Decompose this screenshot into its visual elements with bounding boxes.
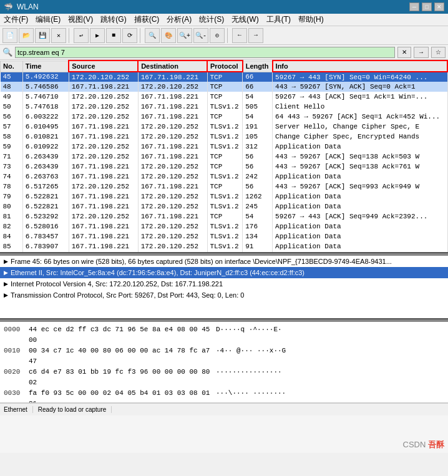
hex-row: 0030 fa f0 93 5c 00 00 02 04 05 b4 01 03… bbox=[4, 388, 444, 403]
hex-offset: 0020 bbox=[4, 367, 29, 388]
title-bar-left: 🦈 WLAN bbox=[4, 2, 39, 11]
menu-goto[interactable]: 跳转(G) bbox=[97, 13, 130, 26]
detail-row[interactable]: ▶Transmission Control Protocol, Src Port… bbox=[0, 289, 448, 301]
table-row[interactable]: 816.523292172.20.120.252167.71.198.221TC… bbox=[1, 211, 448, 221]
detail-text: Frame 45: 66 bytes on wire (528 bits), 6… bbox=[11, 256, 392, 266]
hex-ascii: ···\···· ········ bbox=[216, 388, 286, 403]
table-row[interactable]: 566.003222172.20.120.252167.71.198.221TC… bbox=[1, 112, 448, 122]
table-row[interactable]: 846.783457167.71.198.221172.20.120.252TL… bbox=[1, 231, 448, 241]
hex-area: 0000 44 ec ce d2 ff c3 dc 71 96 5e 8a e4… bbox=[0, 322, 448, 403]
toolbar-colorize[interactable]: 🎨 bbox=[161, 28, 176, 43]
hex-ascii: ················ bbox=[216, 367, 282, 388]
col-header-length: Length bbox=[243, 61, 273, 72]
toolbar-open[interactable]: 📂 bbox=[19, 28, 34, 43]
table-row[interactable]: 856.783907167.71.198.221172.20.120.252TL… bbox=[1, 241, 448, 251]
toolbar: 📄 📂 💾 ✕ ↩ ▶ ■ ⟳ 🔍 🎨 🔍+ 🔍- ⊙ ← → bbox=[0, 26, 448, 45]
minimize-button[interactable]: ─ bbox=[409, 2, 419, 11]
toolbar-zoom-reset[interactable]: ⊙ bbox=[210, 28, 225, 43]
toolbar-new[interactable]: 📄 bbox=[2, 28, 17, 43]
filter-apply-button[interactable]: → bbox=[414, 47, 429, 58]
menu-edit[interactable]: 编辑(E) bbox=[32, 13, 64, 26]
hex-offset: 0000 bbox=[4, 324, 29, 346]
menu-stats[interactable]: 统计(S) bbox=[195, 13, 228, 26]
detail-row[interactable]: ▶Ethernet II, Src: IntelCor_5e:8a:e4 (dc… bbox=[0, 267, 448, 278]
menu-wireless[interactable]: 无线(W) bbox=[228, 13, 262, 26]
close-button[interactable]: ✕ bbox=[434, 2, 444, 11]
table-row[interactable]: 786.517265172.20.120.252167.71.198.221TC… bbox=[1, 182, 448, 192]
menu-tools[interactable]: 工具(T) bbox=[263, 13, 295, 26]
toolbar-filter-input[interactable]: 🔍 bbox=[145, 28, 160, 43]
toolbar-zoom-in[interactable]: 🔍+ bbox=[177, 28, 192, 43]
filter-clear-button[interactable]: ✕ bbox=[397, 47, 411, 58]
title-bar-controls[interactable]: ─ □ ✕ bbox=[409, 2, 444, 11]
table-row[interactable]: 485.746586167.71.198.221172.20.120.252TC… bbox=[1, 82, 448, 92]
menu-analyze[interactable]: 分析(A) bbox=[163, 13, 195, 26]
filter-icon: 🔍 bbox=[2, 47, 12, 57]
filter-bar: 🔍 ✕ → ☆ bbox=[0, 45, 448, 60]
table-row[interactable]: 736.263439167.71.198.221172.20.120.252TC… bbox=[1, 162, 448, 172]
detail-text: Internet Protocol Version 4, Src: 172.20… bbox=[11, 279, 223, 289]
table-row[interactable]: 576.010495167.71.198.221172.20.120.252TL… bbox=[1, 122, 448, 132]
detail-text: Transmission Control Protocol, Src Port:… bbox=[11, 290, 244, 300]
table-row[interactable]: 505.747618172.20.120.252167.71.198.221TL… bbox=[1, 102, 448, 112]
detail-arrow-icon: ▶ bbox=[4, 268, 8, 278]
table-row[interactable]: 866.784265172.20.120.252167.71.198.221TL… bbox=[1, 251, 448, 253]
status-ready: Ready to load or capture bbox=[38, 406, 112, 413]
menu-help[interactable]: 帮助(H) bbox=[295, 13, 328, 26]
filter-bookmark-button[interactable]: ☆ bbox=[431, 47, 446, 58]
detail-row[interactable]: ▶Internet Protocol Version 4, Src: 172.2… bbox=[0, 278, 448, 289]
hex-bytes: c6 d4 e7 83 01 bb 19 fc f3 96 00 00 00 0… bbox=[29, 367, 216, 388]
hex-offset: 0030 bbox=[4, 388, 29, 403]
hex-ascii: ·4·· @··· ···x··G bbox=[216, 346, 286, 367]
detail-arrow-icon: ▶ bbox=[4, 256, 8, 266]
hex-row: 0010 00 34 c7 1c 40 00 80 06 00 00 ac 14… bbox=[4, 346, 444, 367]
toolbar-reload[interactable]: ↩ bbox=[74, 28, 89, 43]
table-row[interactable]: 716.263439172.20.120.252167.71.198.221TC… bbox=[1, 152, 448, 162]
filter-input[interactable] bbox=[15, 47, 395, 58]
hex-bytes: 00 34 c7 1c 40 00 80 06 00 00 ac 14 78 f… bbox=[29, 346, 216, 367]
table-row[interactable]: 806.522821167.71.198.221172.20.120.252TL… bbox=[1, 202, 448, 211]
toolbar-forward[interactable]: → bbox=[248, 28, 263, 43]
detail-row[interactable]: ▶Frame 45: 66 bytes on wire (528 bits), … bbox=[0, 256, 448, 267]
packet-detail: ▶Frame 45: 66 bytes on wire (528 bits), … bbox=[0, 256, 448, 319]
status-ethernet: Ethernet bbox=[4, 406, 33, 413]
detail-arrow-icon: ▶ bbox=[4, 279, 8, 289]
table-row[interactable]: 455.492632172.20.120.252167.71.198.221TC… bbox=[1, 72, 448, 82]
window-title: WLAN bbox=[17, 2, 39, 11]
table-row[interactable]: 826.528016167.71.198.221172.20.120.252TL… bbox=[1, 221, 448, 231]
menu-view[interactable]: 视图(V) bbox=[64, 13, 97, 26]
toolbar-save[interactable]: 💾 bbox=[35, 28, 50, 43]
table-row[interactable]: 596.010922172.20.120.252167.71.198.221TL… bbox=[1, 142, 448, 152]
toolbar-capture-restart[interactable]: ⟳ bbox=[122, 28, 137, 43]
toolbar-close[interactable]: ✕ bbox=[51, 28, 66, 43]
table-row[interactable]: 586.010821167.71.198.221172.20.120.252TL… bbox=[1, 132, 448, 142]
hex-bytes: fa f0 93 5c 00 00 02 04 05 b4 01 03 03 0… bbox=[29, 388, 216, 403]
menu-capture[interactable]: 捕获(C) bbox=[130, 13, 163, 26]
hex-row: 0000 44 ec ce d2 ff c3 dc 71 96 5e 8a e4… bbox=[4, 324, 444, 346]
toolbar-sep2 bbox=[140, 28, 142, 43]
maximize-button[interactable]: □ bbox=[422, 2, 432, 11]
table-row[interactable]: 796.522821167.71.198.221172.20.120.252TL… bbox=[1, 192, 448, 202]
watermark-site: CSDN bbox=[403, 440, 426, 449]
bottom-section: CSDN 吾酥 bbox=[0, 415, 448, 453]
toolbar-capture-stop[interactable]: ■ bbox=[106, 28, 121, 43]
watermark: CSDN 吾酥 bbox=[403, 439, 444, 450]
hex-ascii: D·····q ·^····E· bbox=[216, 324, 282, 346]
toolbar-sep3 bbox=[227, 28, 230, 43]
menu-file[interactable]: 文件(F) bbox=[0, 13, 32, 26]
toolbar-zoom-out[interactable]: 🔍- bbox=[193, 28, 208, 43]
title-bar: 🦈 WLAN ─ □ ✕ bbox=[0, 0, 448, 14]
app-icon: 🦈 bbox=[4, 2, 13, 11]
packet-list: No. Time Source Destination Protocol Len… bbox=[0, 60, 448, 253]
toolbar-back[interactable]: ← bbox=[232, 28, 247, 43]
hex-offset: 0010 bbox=[4, 346, 29, 367]
menu-bar: 文件(F) 编辑(E) 视图(V) 跳转(G) 捕获(C) 分析(A) 统计(S… bbox=[0, 14, 448, 26]
toolbar-sep1 bbox=[69, 28, 71, 43]
detail-arrow-icon: ▶ bbox=[4, 290, 8, 300]
table-row[interactable]: 495.746710172.20.120.252167.71.198.221TC… bbox=[1, 92, 448, 102]
col-header-info: Info bbox=[273, 61, 447, 72]
col-header-no: No. bbox=[1, 61, 23, 72]
col-header-time: Time bbox=[22, 61, 69, 72]
table-row[interactable]: 746.263763167.71.198.221172.20.120.252TL… bbox=[1, 172, 448, 182]
toolbar-capture-start[interactable]: ▶ bbox=[90, 28, 105, 43]
